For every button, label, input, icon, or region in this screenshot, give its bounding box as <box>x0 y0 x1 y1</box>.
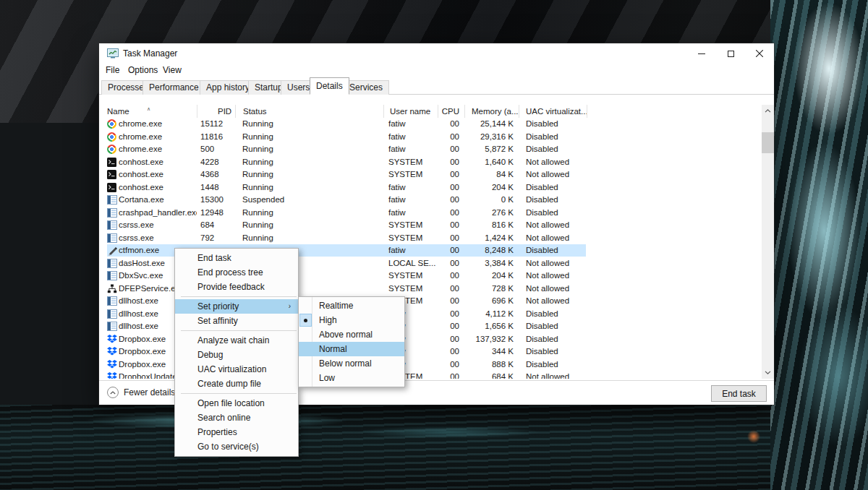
menu-item-properties[interactable]: Properties <box>175 425 298 439</box>
sort-ascending-icon: ∧ <box>147 105 150 116</box>
table-row[interactable]: chrome.exe15112Runningfatiw0025,144 KDis… <box>99 118 762 131</box>
column-header-name[interactable]: Name∧ <box>99 105 205 118</box>
tab-services[interactable]: Services <box>343 80 389 95</box>
menu-item-open-file-location[interactable]: Open file location <box>175 396 298 411</box>
priority-option-realtime[interactable]: Realtime <box>299 298 404 313</box>
pid-cell: 12948 <box>200 207 234 219</box>
priority-option-low[interactable]: Low <box>299 371 404 385</box>
memory-cell: 8,248 K <box>464 244 514 257</box>
memory-cell: 4,112 K <box>464 308 514 320</box>
priority-option-below-normal[interactable]: Below normal <box>299 356 404 371</box>
column-header-cpu[interactable]: CPU <box>438 105 464 118</box>
table-row[interactable]: chrome.exe11816Runningfatiw0029,316 KDis… <box>99 131 762 144</box>
priority-option-above-normal[interactable]: Above normal <box>299 327 404 342</box>
uac-virtualization-cell: Disabled <box>526 345 587 358</box>
cpu-cell: 00 <box>438 371 459 379</box>
vertical-scrollbar[interactable] <box>762 105 774 379</box>
pid-cell: 4228 <box>200 156 234 168</box>
process-name-cell: conhost.exe <box>107 181 197 194</box>
menu-view[interactable]: View <box>163 65 182 75</box>
cpu-cell: 00 <box>438 270 459 282</box>
table-row[interactable]: csrss.exe792RunningSYSTEM001,424 KNot al… <box>99 232 762 245</box>
user-name-cell: fatiw <box>388 118 438 130</box>
process-name: dllhost.exe <box>119 320 158 332</box>
cpu-cell: 00 <box>438 219 459 231</box>
end-task-button[interactable]: End task <box>711 385 767 402</box>
user-name-cell: LOCAL SE... <box>388 257 438 270</box>
table-row[interactable]: csrss.exe684RunningSYSTEM00816 KNot allo… <box>99 219 762 232</box>
memory-cell: 84 K <box>464 168 514 181</box>
scrollbar-thumb[interactable] <box>762 132 774 153</box>
close-button[interactable] <box>745 43 774 64</box>
process-name: chrome.exe <box>119 143 162 155</box>
scroll-down-arrow-icon[interactable] <box>762 366 774 379</box>
memory-cell: 888 K <box>464 358 514 371</box>
menu-separator <box>181 330 297 331</box>
pen-icon <box>107 246 119 256</box>
cpu-cell: 00 <box>438 207 459 219</box>
menu-item-analyze-wait-chain[interactable]: Analyze wait chain <box>175 333 298 348</box>
minimize-button[interactable] <box>687 43 716 64</box>
uac-virtualization-cell: Not allowed <box>526 219 587 231</box>
uac-virtualization-cell: Disabled <box>526 143 587 155</box>
memory-cell: 1,640 K <box>464 156 514 168</box>
status-cell: Running <box>242 232 380 244</box>
menu-item-end-task[interactable]: End task <box>175 251 298 265</box>
uac-virtualization-cell: Disabled <box>526 207 587 219</box>
process-name: dasHost.exe <box>119 257 165 270</box>
column-header-memory[interactable]: Memory (a... <box>464 105 519 118</box>
column-header-user-name[interactable]: User name <box>383 105 438 118</box>
fewer-details-label: Fewer details <box>124 387 175 397</box>
table-row[interactable]: conhost.exe4368RunningSYSTEM0084 KNot al… <box>99 168 762 181</box>
menu-item-set-affinity[interactable]: Set affinity <box>175 314 298 328</box>
menu-item-search-online[interactable]: Search online <box>175 411 298 425</box>
menu-item-uac-virtualization[interactable]: UAC virtualization <box>175 362 298 377</box>
tab-details[interactable]: Details <box>310 77 349 95</box>
memory-cell: 29,316 K <box>464 131 514 143</box>
fewer-details-button[interactable]: Fewer details <box>107 387 175 398</box>
column-header-uac-virtualization[interactable]: UAC virtualizat... <box>519 105 587 118</box>
memory-cell: 137,932 K <box>464 333 514 345</box>
process-name-cell: csrss.exe <box>107 232 197 244</box>
menu-file[interactable]: File <box>106 65 119 75</box>
process-name: conhost.exe <box>119 181 163 194</box>
process-name: crashpad_handler.exe <box>119 207 197 219</box>
user-name-cell: fatiw <box>388 244 438 257</box>
table-row[interactable]: chrome.exe500Runningfatiw005,872 KDisabl… <box>99 143 762 156</box>
menu-item-go-to-service-s[interactable]: Go to service(s) <box>175 439 298 454</box>
menu-item-end-process-tree[interactable]: End process tree <box>175 265 298 280</box>
column-header-pid[interactable]: PID <box>197 105 235 118</box>
cpu-cell: 00 <box>438 194 459 206</box>
menu-item-debug[interactable]: Debug <box>175 348 298 362</box>
menu-item-set-priority[interactable]: Set priority› <box>175 299 298 314</box>
pid-cell: 15300 <box>200 194 234 206</box>
context-menu: End taskEnd process treeProvide feedback… <box>174 248 299 457</box>
user-name-cell: SYSTEM <box>388 168 438 181</box>
memory-cell: 276 K <box>464 207 514 219</box>
priority-option-normal[interactable]: Normal <box>299 342 404 356</box>
uac-virtualization-cell: Not allowed <box>526 371 587 379</box>
uac-virtualization-cell: Not allowed <box>526 257 587 270</box>
process-name: Dropbox.exe <box>119 333 166 345</box>
pid-cell: 11816 <box>200 131 234 143</box>
cpu-cell: 00 <box>438 156 459 168</box>
process-name: csrss.exe <box>119 232 154 244</box>
menu-item-provide-feedback[interactable]: Provide feedback <box>175 280 298 294</box>
scroll-up-arrow-icon[interactable] <box>762 105 774 117</box>
maximize-button[interactable] <box>716 43 745 64</box>
menu-separator <box>181 296 297 297</box>
menu-options[interactable]: Options <box>128 65 158 75</box>
table-row[interactable]: conhost.exe4228RunningSYSTEM001,640 KNot… <box>99 156 762 169</box>
uac-virtualization-cell: Disabled <box>526 131 587 143</box>
user-name-cell: fatiw <box>388 194 438 206</box>
priority-option-high[interactable]: High <box>299 313 404 327</box>
tab-performance[interactable]: Performance <box>142 80 205 95</box>
menu-item-create-dump-file[interactable]: Create dump file <box>175 377 298 391</box>
status-cell: Suspended <box>242 194 380 206</box>
column-header-status[interactable]: Status <box>235 105 383 118</box>
table-row[interactable]: Cortana.exe15300Suspendedfatiw000 KDisab… <box>99 194 762 207</box>
app-icon <box>107 233 119 243</box>
table-row[interactable]: conhost.exe1448Runningfatiw00204 KDisabl… <box>99 181 762 194</box>
table-row[interactable]: crashpad_handler.exe12948Runningfatiw002… <box>99 207 762 220</box>
desktop-photo-light-streaks <box>770 0 868 490</box>
